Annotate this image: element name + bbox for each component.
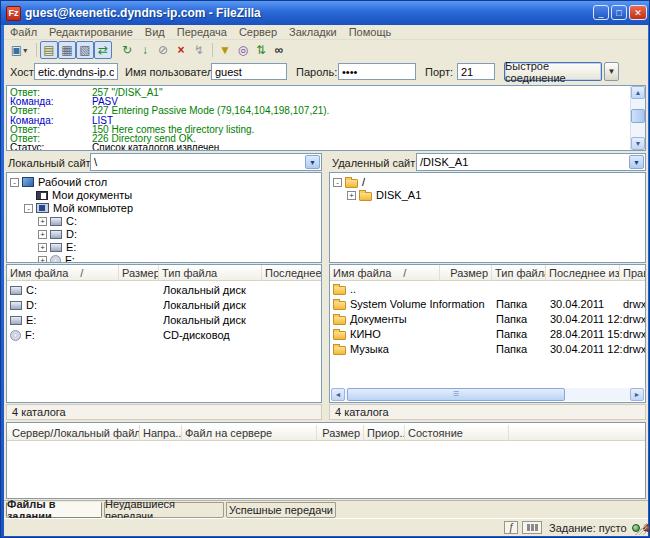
expand-icon[interactable]: + [38, 230, 47, 239]
cancel-button[interactable]: ⊘ [154, 41, 172, 59]
process-queue-button[interactable]: ↓ [136, 41, 154, 59]
port-input[interactable] [457, 63, 495, 80]
maximize-button[interactable]: □ [611, 5, 627, 20]
tree-item-drive-c[interactable]: + C: [38, 215, 321, 227]
file-row-documents[interactable]: Документы Папка 30.04.2011 12:... drwx [330, 313, 645, 327]
resize-grip[interactable] [635, 523, 647, 535]
title-bar[interactable]: Fz guest@keenetic.dyndns-ip.com - FileZi… [1, 1, 650, 25]
column-header-size[interactable]: Размер [317, 425, 364, 441]
menu-help[interactable]: Помощь [343, 26, 398, 38]
column-header-direction[interactable]: Напра... [140, 425, 182, 441]
file-row-e[interactable]: E: Локальный диск [7, 314, 321, 328]
file-row-c[interactable]: C: Локальный диск [7, 284, 321, 298]
column-header-priority[interactable]: Приор... [364, 425, 405, 441]
data-type-icon[interactable] [522, 521, 542, 534]
tree-item-desktop[interactable]: - Рабочий стол [10, 176, 321, 188]
directory-comparison-button[interactable]: ◎ [234, 41, 252, 59]
tab-failed-transfers[interactable]: Неудавшиеся передачи [104, 502, 224, 518]
log-scrollbar[interactable]: ▲ ▼ [630, 86, 645, 150]
username-input[interactable] [211, 63, 287, 80]
tree-item-my-computer[interactable]: - Мой компьютер [24, 202, 321, 214]
scroll-up-icon[interactable]: ▲ [631, 86, 645, 99]
menu-bookmarks[interactable]: Закладки [283, 26, 343, 38]
scroll-left-icon[interactable]: ◄ [331, 388, 345, 401]
file-row-d[interactable]: D: Локальный диск [7, 299, 321, 313]
chevron-down-icon[interactable]: ▼ [629, 155, 644, 169]
chevron-down-icon: ▼ [608, 67, 616, 76]
column-header-perms[interactable]: Прав [620, 265, 646, 281]
password-input[interactable] [338, 63, 416, 80]
menu-view[interactable]: Вид [139, 26, 171, 38]
local-site-combo[interactable]: \ ▼ [90, 153, 322, 171]
filter-button[interactable]: ▼ [216, 41, 234, 59]
file-row-system-volume-information[interactable]: System Volume Information Папка 30.04.20… [330, 298, 645, 312]
column-header-modified[interactable]: Последнее изм... [546, 265, 620, 281]
column-header-type[interactable]: Тип файла [159, 265, 262, 281]
chevron-down-icon[interactable]: ▼ [305, 155, 320, 169]
column-header-size[interactable]: Размер [440, 265, 492, 281]
expand-icon[interactable]: + [38, 256, 47, 264]
menu-server[interactable]: Сервер [233, 26, 283, 38]
expand-icon[interactable]: + [347, 191, 356, 200]
tree-item-drive-f[interactable]: + F: [38, 254, 321, 263]
collapse-icon[interactable]: - [10, 178, 19, 187]
menu-transfer[interactable]: Передача [171, 26, 233, 38]
reconnect-button[interactable]: ↯ [190, 41, 208, 59]
port-label: Порт: [425, 66, 453, 78]
file-row-parent[interactable]: .. [330, 283, 645, 297]
toggle-local-tree-button[interactable]: ▦ [58, 41, 76, 59]
expand-icon[interactable]: + [38, 217, 47, 226]
tree-item-drive-d[interactable]: + D: [38, 228, 321, 240]
column-header-name[interactable]: Имя файла/ [7, 265, 119, 281]
refresh-button[interactable]: ↻ [118, 41, 136, 59]
find-files-button[interactable]: ∞ [270, 41, 288, 59]
quickconnect-button[interactable]: Быстрое соединение [504, 62, 602, 81]
tab-successful-transfers[interactable]: Успешные передачи [226, 502, 336, 518]
speed-limit-icon[interactable]: ƒ [504, 521, 518, 534]
drive-icon [50, 243, 62, 252]
scroll-right-icon[interactable]: ► [630, 388, 644, 401]
file-row-kino[interactable]: КИНО Папка 28.04.2011 15:... drwx [330, 328, 645, 342]
tree-item-disk-a1[interactable]: + DISK_A1 [347, 189, 645, 201]
column-header-size[interactable]: Размер [119, 265, 159, 281]
synchronized-browsing-button[interactable]: ⇅ [252, 41, 270, 59]
client-area: Файл Редактирование Вид Передача Сервер … [4, 25, 648, 536]
column-header-type[interactable]: Тип файла [492, 265, 546, 281]
column-header-server-local-file[interactable]: Сервер/Локальный файл [9, 425, 140, 441]
remote-list-hscrollbar[interactable]: ◄ ► [331, 388, 644, 401]
scrollbar-thumb[interactable] [631, 109, 645, 123]
menu-edit[interactable]: Редактирование [43, 26, 139, 38]
expand-icon[interactable]: + [38, 243, 47, 252]
log-label: Статус: [7, 143, 92, 151]
close-button[interactable]: ✕ [629, 5, 647, 20]
toggle-queue-button[interactable]: ⇄ [94, 41, 112, 59]
toggle-message-log-button[interactable]: ▤ [40, 41, 58, 59]
minimize-button[interactable]: _ [593, 5, 609, 20]
file-perms-cell: drwx [623, 298, 646, 310]
collapse-icon[interactable]: - [24, 204, 33, 213]
tree-item-root[interactable]: - / [333, 176, 645, 188]
file-row-music[interactable]: Музыка Папка 30.04.2011 12:... drwx [330, 343, 645, 357]
quickconnect-bar: Хост: Имя пользователя Пароль: Порт: Быс… [4, 61, 648, 84]
site-manager-button[interactable]: ▣ ▾ [6, 41, 32, 59]
column-header-status[interactable]: Состояние [405, 425, 509, 441]
scrollbar-thumb[interactable] [347, 388, 565, 401]
scroll-down-icon[interactable]: ▼ [631, 137, 645, 150]
menu-file[interactable]: Файл [4, 26, 43, 38]
collapse-icon[interactable]: - [333, 178, 342, 187]
tree-item-drive-e[interactable]: + E: [38, 241, 321, 253]
file-row-f[interactable]: F: CD-дисковод [7, 329, 321, 343]
column-header-modified[interactable]: Последнее измене... [262, 265, 322, 281]
column-header-remote-file[interactable]: Файл на сервере [182, 425, 317, 441]
quickconnect-dropdown-button[interactable]: ▼ [604, 62, 619, 81]
local-list-header: Имя файла/ Размер Тип файла Последнее из… [7, 265, 321, 281]
tree-item-my-documents[interactable]: Мои документы [24, 189, 321, 201]
column-header-name[interactable]: Имя файла/ [330, 265, 440, 281]
tree-item-label: Мои документы [52, 189, 132, 201]
toggle-remote-tree-button[interactable]: ▧ [76, 41, 94, 59]
disconnect-button[interactable]: × [172, 41, 190, 59]
host-input[interactable] [34, 63, 118, 80]
file-type-cell: Локальный диск [163, 299, 261, 311]
remote-site-combo[interactable]: /DISK_A1 ▼ [416, 153, 646, 171]
tab-queued-files[interactable]: Файлы в задании [6, 502, 102, 518]
